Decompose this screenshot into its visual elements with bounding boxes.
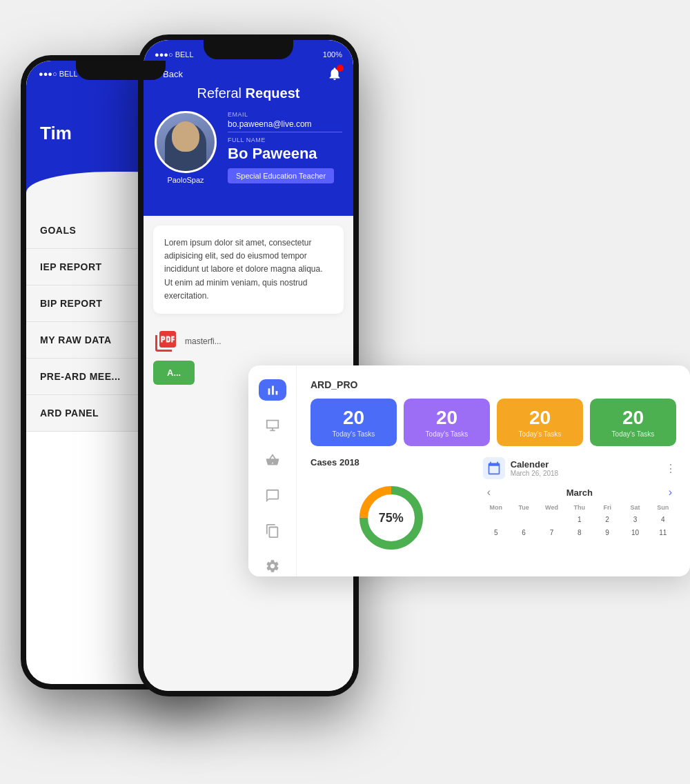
avatar-username: PaoloSpaz [155,176,217,184]
calendar-nav: ‹ March › [483,485,676,500]
page-title: Referal Request [144,86,353,111]
dashboard-card: ARD_PRO 20 Today's Tasks 20 Today's Task… [248,365,690,576]
phone1-notch [76,61,166,80]
phone2-battery: 100% [323,50,342,59]
chart-bar-icon[interactable] [259,379,286,401]
cal-label-thu: Thu [566,504,593,511]
profile-section: PaoloSpaz EMAIL bo.paweena@live.com FULL… [144,111,353,195]
stat-card-1: 20 Today's Tasks [404,399,490,446]
phone2-nav: Back [144,62,353,86]
donut-wrap: 75% [310,473,472,563]
stats-row: 20 Today's Tasks 20 Today's Tasks 20 Tod… [310,399,676,446]
stat-number-3: 20 [622,407,644,429]
calendar-days-grid: 0 0 0 1 2 3 4 5 6 7 8 9 10 11 [483,514,676,539]
calendar-icon [483,457,505,479]
cal-day-4[interactable]: 4 [650,514,676,525]
lorem-text: Lorem ipsum dolor sit amet, consectetur … [164,237,333,303]
cal-day-1[interactable]: 1 [566,514,593,525]
stat-number-2: 20 [529,407,551,429]
page-title-bold: Request [246,86,300,101]
lorem-card: Lorem ipsum dolor sit amet, consectetur … [153,225,344,314]
cal-label-mon: Mon [483,504,509,511]
cal-title-row: Calender March 26, 2018 [483,457,559,479]
pdf-row: masterfi... [153,322,344,361]
email-value: bo.paweena@live.com [228,119,342,132]
add-button[interactable]: A... [153,361,195,385]
fullname-label: FULL NAME [228,137,342,143]
calendar-header: Calender March 26, 2018 ⋮ [483,457,676,479]
stat-label-3: Today's Tasks [612,430,655,438]
page-title-light: Referal [197,86,246,101]
cal-title-group: Calender March 26, 2018 [511,459,559,477]
cal-day-10[interactable]: 10 [622,527,648,539]
cases-percent: 75% [379,511,404,525]
avatar-image [157,113,215,171]
cal-label-wed: Wed [538,504,564,511]
role-badge: Special Education Teacher [228,168,334,183]
bell-badge [337,65,344,72]
bell-icon[interactable] [327,66,342,81]
cal-day-3[interactable]: 3 [622,514,648,525]
cal-day-2[interactable]: 2 [594,514,620,525]
cal-day-11[interactable]: 11 [650,527,676,539]
basket-icon[interactable] [259,450,286,471]
cal-next-button[interactable]: › [664,485,676,500]
settings-icon[interactable] [259,555,286,576]
pdf-icon [153,329,178,354]
stat-label-1: Today's Tasks [426,430,469,438]
cal-day-5[interactable]: 5 [483,527,509,539]
cal-day-empty-2: 0 [511,514,537,525]
dashboard-bottom: Cases 2018 75% [310,457,676,563]
cases-title: Cases 2018 [310,457,472,468]
fullname-value: Bo Paweena [228,145,342,163]
cal-label-fri: Fri [594,504,620,511]
dashboard-main: ARD_PRO 20 Today's Tasks 20 Today's Task… [310,379,676,563]
cal-day-8[interactable]: 8 [566,527,593,539]
back-label: Back [163,69,183,79]
cal-day-empty-1: 0 [483,514,509,525]
presentation-icon[interactable] [259,414,286,436]
calendar-day-labels: Mon Tue Wed Thu Fri Sat Sun [483,504,676,511]
cal-day-9[interactable]: 9 [594,527,620,539]
stat-label-0: Today's Tasks [333,430,375,438]
stat-card-2: 20 Today's Tasks [497,399,583,446]
cal-prev-button[interactable]: ‹ [483,485,495,500]
cal-day-6[interactable]: 6 [511,527,537,539]
stat-card-3: 20 Today's Tasks [590,399,676,446]
stat-number-1: 20 [436,407,457,429]
copy-icon[interactable] [259,520,286,541]
cal-day-7[interactable]: 7 [538,527,564,539]
calendar-title: Calender [511,459,559,470]
cal-label-tue: Tue [511,504,537,511]
phone2-notch [204,40,293,59]
stat-number-0: 20 [343,407,364,429]
avatar [155,111,217,173]
donut-chart: 75% [353,480,429,556]
calendar-menu-dots[interactable]: ⋮ [665,462,676,475]
calendar-month: March [566,488,593,498]
phone2-signal: ●●●○ BELL [155,50,194,59]
email-label: EMAIL [228,111,342,118]
dashboard-sidebar [248,365,297,576]
calendar-section: Calender March 26, 2018 ⋮ ‹ March › Mon … [483,457,676,563]
phone2-header: ●●●○ BELL 4:21 PM 100% Back Referal Requ… [144,40,353,216]
cal-label-sun: Sun [650,504,676,511]
cases-section: Cases 2018 75% [310,457,472,563]
stat-label-2: Today's Tasks [519,430,562,438]
cal-label-sat: Sat [622,504,648,511]
profile-info: EMAIL bo.paweena@live.com FULL NAME Bo P… [228,111,342,183]
stat-card-0: 20 Today's Tasks [310,399,397,446]
chat-icon[interactable] [259,485,286,506]
dashboard-brand: ARD_PRO [310,379,676,390]
calendar-subtitle: March 26, 2018 [511,470,559,477]
pdf-filename: masterfi... [185,336,221,346]
cal-day-empty-3: 0 [538,514,564,525]
